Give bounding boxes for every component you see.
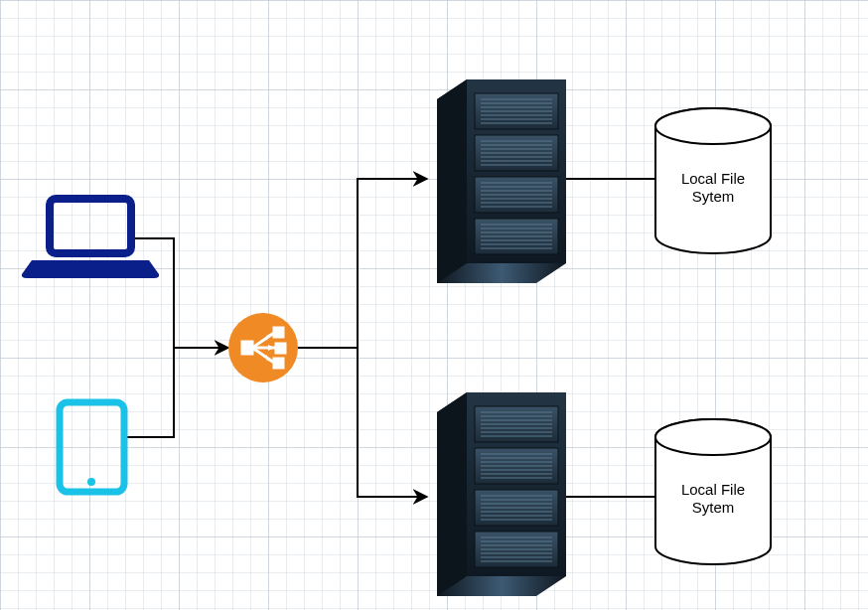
svg-marker-49 xyxy=(437,392,566,596)
database-top-label-line2: Sytem xyxy=(692,188,735,205)
svg-point-84 xyxy=(655,108,771,144)
svg-rect-88 xyxy=(655,437,771,546)
server-top-icon xyxy=(437,79,566,283)
database-top-label-line1: Local File xyxy=(681,170,745,187)
svg-marker-12 xyxy=(266,355,272,363)
svg-rect-17 xyxy=(475,93,558,129)
svg-rect-53 xyxy=(475,448,558,484)
svg-rect-9 xyxy=(276,344,285,353)
svg-marker-16 xyxy=(437,79,467,283)
svg-marker-15 xyxy=(467,79,566,263)
svg-marker-50 xyxy=(467,392,566,576)
svg-rect-18 xyxy=(475,135,558,171)
database-bottom xyxy=(655,419,771,564)
svg-rect-0 xyxy=(50,199,131,253)
svg-rect-55 xyxy=(475,532,558,567)
database-bottom-label-line2: Sytem xyxy=(692,499,735,516)
svg-marker-11 xyxy=(266,333,272,341)
svg-rect-10 xyxy=(274,359,283,368)
svg-point-89 xyxy=(655,419,771,455)
svg-rect-54 xyxy=(475,490,558,526)
svg-point-86 xyxy=(655,108,771,144)
svg-rect-4 xyxy=(242,342,252,354)
svg-rect-20 xyxy=(475,219,558,254)
svg-marker-51 xyxy=(437,392,467,596)
svg-rect-8 xyxy=(274,328,283,337)
svg-marker-13 xyxy=(268,345,274,351)
svg-marker-14 xyxy=(437,79,566,283)
database-top xyxy=(655,108,771,253)
svg-point-3 xyxy=(228,313,298,382)
svg-rect-85 xyxy=(655,126,771,235)
svg-point-2 xyxy=(87,478,95,486)
laptop-icon xyxy=(22,199,159,278)
diagram-canvas: Local File Sytem Local File Sytem xyxy=(0,0,868,610)
svg-line-7 xyxy=(252,348,274,363)
load-balancer-icon xyxy=(228,313,298,382)
tablet-icon xyxy=(60,402,124,492)
svg-rect-1 xyxy=(60,402,124,492)
server-bottom-icon xyxy=(437,392,566,596)
svg-line-5 xyxy=(252,333,274,348)
database-bottom-label-line1: Local File xyxy=(681,481,745,498)
svg-point-87 xyxy=(655,419,771,455)
svg-rect-19 xyxy=(475,177,558,213)
svg-rect-52 xyxy=(475,406,558,442)
